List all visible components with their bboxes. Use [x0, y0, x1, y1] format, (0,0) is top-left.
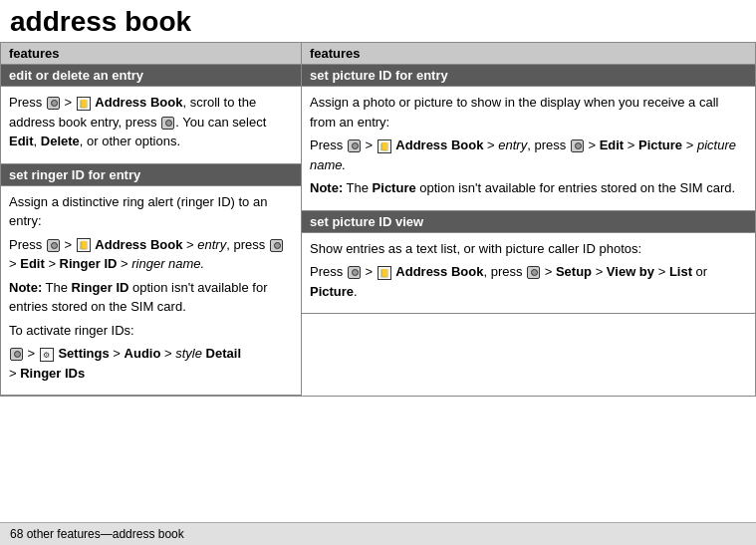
right-features-header: features	[302, 43, 755, 65]
picture-id-entry-intro: Assign a photo or picture to show in the…	[310, 93, 747, 132]
picture-id-entry-press: Press > 📒 Address Book > entry, press > …	[310, 136, 747, 174]
picture-id-view-body: Show entries as a text list, or with pic…	[302, 233, 755, 315]
settings-icon-1: ⚙	[40, 348, 54, 362]
press-label-2: Press	[9, 237, 42, 252]
picture-id-view-intro: Show entries as a text list, or with pic…	[310, 239, 747, 259]
picture-id-view-press: Press > 📒 Address Book, press > Setup > …	[310, 262, 747, 301]
address-book-label-1: Address Book	[95, 95, 182, 110]
ringer-id-activate-press: > ⚙ Settings > Audio > style Detail > Ri…	[9, 344, 293, 383]
ringer-id-title: set ringer ID for entry	[1, 164, 301, 186]
ringer-id-body: Assign a distinctive ring alert (ringer …	[1, 186, 301, 397]
address-book-icon-3: 📒	[378, 139, 391, 153]
menu-button-icon-8	[348, 266, 361, 279]
left-column: features edit or delete an entry Press >…	[0, 42, 301, 397]
menu-button-icon-7	[571, 139, 584, 152]
edit-delete-body: Press > 📒 Address Book, scroll to the ad…	[1, 87, 301, 164]
ringer-id-press: Press > 📒 Address Book > entry, press > …	[9, 235, 293, 274]
menu-button-icon-9	[527, 266, 540, 279]
address-book-icon-4: 📒	[378, 266, 391, 280]
menu-button-icon-5	[10, 348, 23, 361]
right-column: features set picture ID for entry Assign…	[301, 42, 756, 397]
ringer-id-note: Note: The Ringer ID option isn't availab…	[9, 278, 293, 317]
ringer-id-intro: Assign a distinctive ring alert (ringer …	[9, 192, 293, 231]
menu-button-icon-4	[270, 239, 283, 252]
menu-button-icon-6	[348, 139, 361, 152]
edit-delete-title: edit or delete an entry	[1, 65, 301, 87]
press-label-3: Press	[310, 137, 343, 152]
address-book-icon-2: 📒	[77, 238, 91, 252]
press-label-4: Press	[310, 264, 343, 279]
ringer-id-activate: To activate ringer IDs:	[9, 321, 293, 341]
picture-id-entry-title: set picture ID for entry	[302, 65, 755, 87]
edit-delete-text: Press > 📒 Address Book, scroll to the ad…	[9, 93, 293, 151]
menu-button-icon-1	[47, 97, 60, 110]
page-title: address book	[0, 0, 756, 42]
left-features-header: features	[1, 43, 301, 65]
main-layout: features edit or delete an entry Press >…	[0, 42, 756, 397]
menu-button-icon-2	[161, 117, 174, 130]
picture-id-entry-body: Assign a photo or picture to show in the…	[302, 87, 755, 211]
press-label-1: Press	[9, 95, 42, 110]
address-book-icon-1: 📒	[77, 97, 91, 111]
menu-button-icon-3	[47, 239, 60, 252]
picture-id-entry-note: Note: The Picture option isn't available…	[310, 178, 747, 198]
picture-id-view-title: set picture ID view	[302, 211, 755, 233]
footer-bar: 68 other features—address book	[0, 522, 756, 545]
address-book-label-2: Address Book	[95, 237, 182, 252]
